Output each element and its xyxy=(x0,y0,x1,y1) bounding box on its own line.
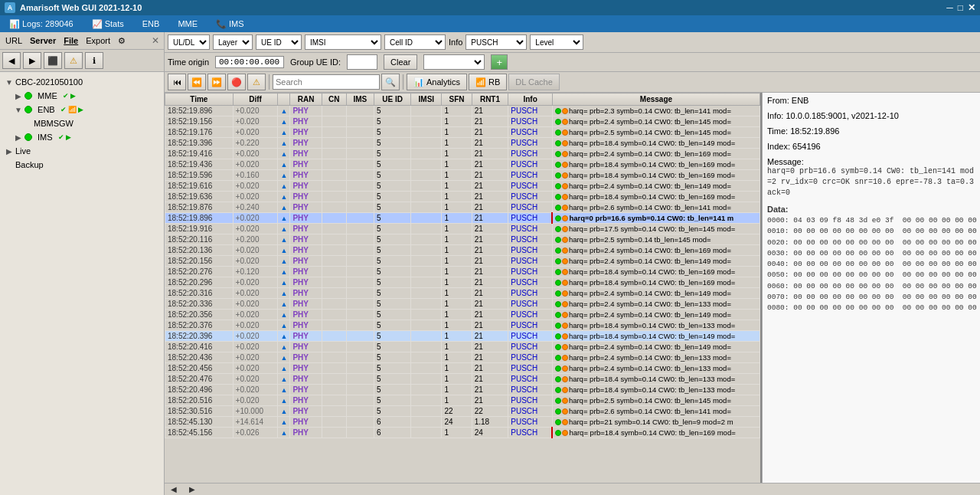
table-row[interactable]: 18:52:20.396 +0.020 ▲ PHY 5 1 21 PUSCH h… xyxy=(165,331,760,342)
table-row[interactable]: 18:52:20.496 +0.020 ▲ PHY 5 1 21 PUSCH h… xyxy=(165,385,760,395)
sidebar-stop-btn[interactable]: ⬛ xyxy=(44,52,62,69)
mode-select[interactable]: UL/DLULDL xyxy=(168,34,210,50)
table-row[interactable]: 18:52:20.456 +0.020 ▲ PHY 5 1 21 PUSCH h… xyxy=(165,363,760,374)
stats-tab[interactable]: 📈 Stats xyxy=(86,18,130,31)
group-ue-input[interactable] xyxy=(347,54,377,70)
ue-id-select[interactable]: UE ID125 xyxy=(256,34,302,50)
table-row[interactable]: 18:52:20.376 +0.020 ▲ PHY 5 1 21 PUSCH h… xyxy=(165,320,760,331)
table-row[interactable]: 18:52:19.896 +0.020 ▲ PHY 5 1 21 PUSCH h… xyxy=(165,213,760,224)
table-row[interactable]: 18:52:20.116 +0.200 ▲ PHY 5 1 21 PUSCH h… xyxy=(165,234,760,245)
col-sfn[interactable]: SFN xyxy=(442,93,472,106)
tree-item-live[interactable]: ▶ Live xyxy=(3,144,161,158)
table-row[interactable]: 18:52:20.416 +0.020 ▲ PHY 5 1 21 PUSCH h… xyxy=(165,342,760,352)
status-scrollbar[interactable]: ◀ xyxy=(171,485,177,493)
col-ue-id[interactable]: UE ID xyxy=(374,93,411,106)
table-row[interactable]: 18:52:19.876 +0.240 ▲ PHY 5 1 21 PUSCH h… xyxy=(165,202,760,213)
tree-item-mme[interactable]: ▶ MME ✔ ▶ xyxy=(12,89,161,103)
sidebar-more-btn[interactable]: ⚙ xyxy=(115,36,129,46)
table-row[interactable]: 18:52:20.516 +0.020 ▲ PHY 5 1 21 PUSCH h… xyxy=(165,395,760,406)
cell-cn xyxy=(322,116,346,127)
level-select[interactable]: Level xyxy=(530,34,583,50)
mme-tab[interactable]: MME xyxy=(172,18,204,30)
table-row[interactable]: 18:52:19.636 +0.020 ▲ PHY 5 1 21 PUSCH h… xyxy=(165,192,760,202)
status-dot-green xyxy=(555,140,561,146)
tree-item-cbc[interactable]: ▼ CBC-2021050100 xyxy=(3,75,161,89)
enb-tab[interactable]: ENB xyxy=(136,18,166,30)
table-row[interactable]: 18:52:19.896 +0.020 ▲ PHY 5 1 21 PUSCH h… xyxy=(165,106,760,116)
table-row[interactable]: 18:52:19.156 +0.020 ▲ PHY 5 1 21 PUSCH h… xyxy=(165,116,760,127)
cell-rnt1: 21 xyxy=(472,192,508,202)
logs-tab[interactable]: 📊 Logs: 289046 xyxy=(3,18,80,31)
table-row[interactable]: 18:52:45.156 +0.026 ▲ PHY 6 1 24 PUSCH h… xyxy=(165,428,760,438)
col-ims[interactable]: IMS xyxy=(346,93,374,106)
table-row[interactable]: 18:52:20.276 +0.120 ▲ PHY 5 1 21 PUSCH h… xyxy=(165,267,760,277)
add-group-btn[interactable]: + xyxy=(491,54,508,70)
table-row[interactable]: 18:52:19.176 +0.020 ▲ PHY 5 1 21 PUSCH h… xyxy=(165,127,760,138)
table-row[interactable]: 18:52:20.336 +0.020 ▲ PHY 5 1 21 PUSCH h… xyxy=(165,299,760,310)
sidebar-file-btn[interactable]: File xyxy=(60,36,81,45)
tree-item-enb[interactable]: ▼ ENB ✔ 📶 ▶ xyxy=(12,103,161,116)
table-row[interactable]: 18:52:19.396 +0.220 ▲ PHY 5 1 21 PUSCH h… xyxy=(165,138,760,149)
dl-cache-btn[interactable]: DL Cache xyxy=(508,74,560,90)
table-row[interactable]: 18:52:19.436 +0.020 ▲ PHY 5 1 21 PUSCH h… xyxy=(165,159,760,170)
sidebar-close-btn[interactable]: ✕ xyxy=(149,34,162,47)
sidebar-server-btn[interactable]: Server xyxy=(27,36,59,45)
close-btn[interactable]: ✕ xyxy=(968,2,975,13)
cell-time: 18:52:20.496 xyxy=(165,385,234,395)
rb-btn[interactable]: 📶 RB xyxy=(469,74,507,90)
col-info[interactable]: Info xyxy=(508,93,553,106)
time-origin-input[interactable] xyxy=(215,56,284,68)
log-table-wrap[interactable]: Time Diff RAN CN IMS UE ID IMSI SFN RNT1… xyxy=(165,93,762,483)
col-diff[interactable]: Diff xyxy=(233,93,278,106)
sidebar-info-btn[interactable]: ℹ xyxy=(85,52,103,69)
tree-item-mbmsgw[interactable]: MBMSGW xyxy=(21,116,161,130)
hex-line: 0080: 00 00 00 00 00 00 00 00 00 00 00 0… xyxy=(767,303,975,313)
sidebar-url-btn[interactable]: URL xyxy=(2,36,25,45)
tree-item-backup[interactable]: Backup xyxy=(3,158,161,172)
sidebar-back-btn[interactable]: ◀ xyxy=(2,52,21,69)
col-msg[interactable]: Message xyxy=(552,93,760,106)
col-imsi[interactable]: IMSI xyxy=(411,93,442,106)
table-row[interactable]: 18:52:20.136 +0.020 ▲ PHY 5 1 21 PUSCH h… xyxy=(165,245,760,256)
table-row[interactable]: 18:52:20.436 +0.020 ▲ PHY 5 1 21 PUSCH h… xyxy=(165,352,760,363)
stop-btn[interactable]: 🔴 xyxy=(227,74,246,90)
table-row[interactable]: 18:52:30.516 +10.000 ▲ PHY 5 22 22 PUSCH… xyxy=(165,406,760,417)
search-input[interactable] xyxy=(273,74,380,90)
sidebar-forward-btn[interactable]: ▶ xyxy=(23,52,41,69)
col-cn[interactable]: CN xyxy=(322,93,346,106)
table-row[interactable]: 18:52:20.296 +0.020 ▲ PHY 5 1 21 PUSCH h… xyxy=(165,277,760,288)
table-row[interactable]: 18:52:20.316 +0.020 ▲ PHY 5 1 21 PUSCH h… xyxy=(165,288,760,299)
table-row[interactable]: 18:52:20.156 +0.020 ▲ PHY 5 1 21 PUSCH h… xyxy=(165,256,760,267)
warn-btn[interactable]: ⚠ xyxy=(247,74,266,90)
analytics-btn[interactable]: 📊 Analytics xyxy=(407,74,467,90)
search-icon[interactable]: 🔍 xyxy=(381,74,400,90)
status-scrollbar-right[interactable]: ▶ xyxy=(189,485,195,493)
cell-time: 18:52:20.516 xyxy=(165,395,234,406)
cell-id-select[interactable]: Cell ID xyxy=(384,34,446,50)
col-ran[interactable]: RAN xyxy=(290,93,322,106)
col-rnt1[interactable]: RNT1 xyxy=(472,93,508,106)
table-row[interactable]: 18:52:20.356 +0.020 ▲ PHY 5 1 21 PUSCH h… xyxy=(165,310,760,320)
layer-select[interactable]: LayerPHYMACRRC xyxy=(213,34,253,50)
sidebar-export-btn[interactable]: Export xyxy=(83,36,113,45)
col-dir[interactable] xyxy=(278,93,290,106)
col-time[interactable]: Time xyxy=(165,93,234,106)
minimize-btn[interactable]: ─ xyxy=(946,2,953,13)
table-row[interactable]: 18:52:19.596 +0.160 ▲ PHY 5 1 21 PUSCH h… xyxy=(165,170,760,181)
clear-btn[interactable]: Clear xyxy=(384,54,417,70)
table-row[interactable]: 18:52:45.130 +14.614 ▲ PHY 6 24 1.18 PUS… xyxy=(165,417,760,428)
ims-tab[interactable]: 📞 IMS xyxy=(210,18,250,31)
tree-item-ims[interactable]: ▶ IMS ✔ ▶ xyxy=(12,130,161,144)
sidebar-warn-btn[interactable]: ⚠ xyxy=(64,52,83,69)
maximize-btn[interactable]: □ xyxy=(958,2,963,13)
info-select[interactable]: PUSCHPDSCHPUCCH xyxy=(466,34,527,50)
scroll-start-btn[interactable]: ⏮ xyxy=(168,74,186,90)
clear-option-select[interactable] xyxy=(423,54,485,70)
table-row[interactable]: 18:52:19.916 +0.020 ▲ PHY 5 1 21 PUSCH h… xyxy=(165,224,760,234)
table-row[interactable]: 18:52:20.476 +0.020 ▲ PHY 5 1 21 PUSCH h… xyxy=(165,374,760,385)
imsi-select[interactable]: IMSI xyxy=(305,34,381,50)
table-row[interactable]: 18:52:19.616 +0.020 ▲ PHY 5 1 21 PUSCH h… xyxy=(165,181,760,192)
scroll-fwd-btn[interactable]: ⏩ xyxy=(207,74,226,90)
scroll-back-btn[interactable]: ⏪ xyxy=(188,74,206,90)
table-row[interactable]: 18:52:19.416 +0.020 ▲ PHY 5 1 21 PUSCH h… xyxy=(165,149,760,159)
